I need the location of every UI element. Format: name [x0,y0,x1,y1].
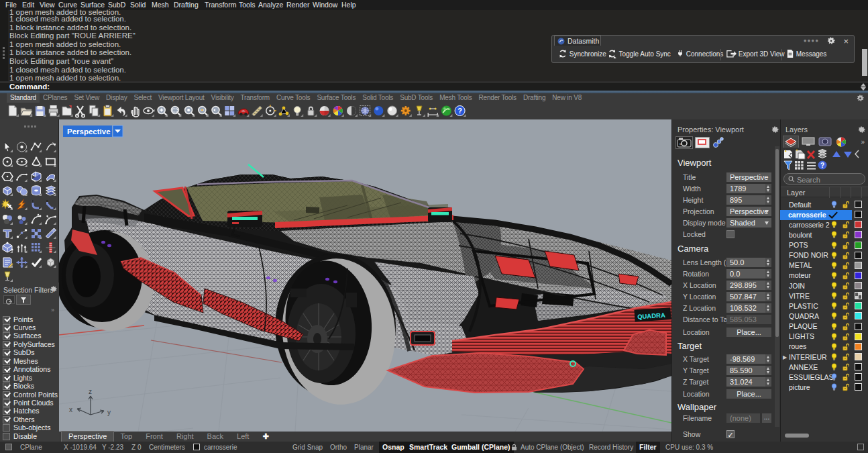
svg-text:y: y [107,409,111,416]
svg-text:?: ? [457,107,462,115]
svg-text:x: x [69,406,72,413]
svg-text:Perspective: Perspective [67,128,111,136]
svg-text:?: ? [820,162,824,169]
svg-text:z: z [89,388,92,395]
